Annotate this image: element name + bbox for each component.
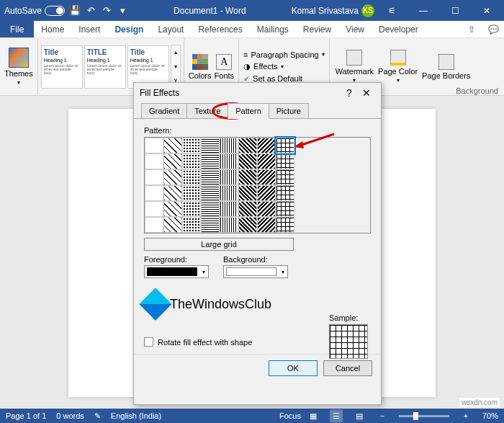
- pattern-swatch[interactable]: [201, 217, 220, 233]
- scroll-down-icon[interactable]: ▾: [171, 60, 180, 74]
- pattern-swatch[interactable]: [220, 153, 238, 169]
- pattern-swatch[interactable]: [182, 185, 201, 201]
- pattern-swatch[interactable]: [257, 217, 276, 233]
- redo-icon[interactable]: ↷: [101, 5, 112, 17]
- pattern-swatch[interactable]: [201, 138, 220, 153]
- help-icon[interactable]: ?: [341, 84, 358, 102]
- pattern-swatch[interactable]: [238, 217, 257, 233]
- tab-developer[interactable]: Developer: [372, 21, 426, 37]
- effects-button[interactable]: ◑ Effects ▾: [243, 62, 325, 71]
- pattern-swatch[interactable]: [238, 169, 257, 185]
- web-layout-icon[interactable]: ▤: [353, 409, 366, 422]
- pattern-swatch[interactable]: [182, 169, 201, 185]
- pattern-swatch[interactable]: [201, 169, 220, 185]
- style-set-card[interactable]: Title Heading 1 Lorem ipsum dolor sit am…: [41, 45, 83, 89]
- pattern-swatch[interactable]: [276, 153, 294, 169]
- pattern-swatch[interactable]: [163, 201, 182, 217]
- user-avatar[interactable]: KS: [361, 4, 374, 17]
- ok-button[interactable]: OK: [269, 360, 318, 376]
- save-icon[interactable]: 💾: [69, 5, 81, 17]
- tab-pattern[interactable]: Pattern: [228, 103, 269, 119]
- tab-view[interactable]: View: [338, 21, 372, 37]
- pattern-swatch[interactable]: [238, 153, 257, 169]
- read-mode-icon[interactable]: ▦: [307, 409, 320, 422]
- fonts-button[interactable]: A Fonts: [215, 54, 235, 80]
- print-layout-icon[interactable]: ☰: [330, 409, 343, 422]
- pattern-swatch[interactable]: [257, 201, 276, 217]
- pattern-swatch[interactable]: [145, 138, 163, 153]
- minimize-icon[interactable]: —: [409, 0, 438, 21]
- undo-icon[interactable]: ↶: [85, 5, 96, 17]
- proofing-icon[interactable]: ✎: [94, 411, 101, 421]
- focus-mode-button[interactable]: Focus: [284, 409, 297, 422]
- tab-insert[interactable]: Insert: [71, 21, 107, 37]
- pattern-swatch[interactable]: [257, 153, 276, 169]
- autosave-toggle[interactable]: AutoSave: [4, 6, 65, 16]
- pattern-swatch[interactable]: [182, 138, 201, 153]
- tab-file[interactable]: File: [0, 21, 34, 37]
- pattern-swatch[interactable]: [257, 138, 276, 153]
- tab-design[interactable]: Design: [107, 21, 150, 37]
- paragraph-spacing-button[interactable]: ≡ Paragraph Spacing ▾: [243, 50, 325, 59]
- pattern-swatch[interactable]: [201, 201, 220, 217]
- share-icon[interactable]: ⇧: [461, 21, 482, 38]
- page-borders-button[interactable]: Page Borders: [422, 54, 470, 80]
- zoom-in-icon[interactable]: +: [459, 409, 472, 422]
- pattern-swatch[interactable]: [257, 185, 276, 201]
- pattern-swatch[interactable]: [163, 138, 182, 153]
- foreground-dropdown[interactable]: ▾: [144, 265, 209, 278]
- scroll-up-icon[interactable]: ▴: [171, 45, 180, 60]
- tab-texture[interactable]: Texture: [186, 103, 228, 118]
- pattern-swatch[interactable]: [220, 185, 238, 201]
- zoom-slider[interactable]: [399, 415, 449, 417]
- pattern-swatch[interactable]: [201, 153, 220, 169]
- tab-home[interactable]: Home: [34, 21, 71, 37]
- close-window-icon[interactable]: ✕: [472, 0, 501, 21]
- pattern-swatch[interactable]: [276, 138, 294, 153]
- pattern-swatch[interactable]: [220, 217, 238, 233]
- pattern-swatch[interactable]: [238, 138, 257, 153]
- pattern-swatch[interactable]: [276, 201, 294, 217]
- page-color-button[interactable]: Page Color ▾: [378, 50, 418, 84]
- pattern-swatch[interactable]: [145, 217, 163, 233]
- zoom-level[interactable]: 70%: [482, 411, 498, 420]
- pattern-swatch[interactable]: [163, 153, 182, 169]
- pattern-swatch[interactable]: [238, 185, 257, 201]
- watermark-button[interactable]: Watermark ▾: [336, 50, 374, 84]
- pattern-swatch[interactable]: [145, 153, 163, 169]
- tab-gradient[interactable]: Gradient: [141, 103, 187, 118]
- close-icon[interactable]: ✕: [358, 84, 375, 102]
- pattern-swatch[interactable]: [220, 169, 238, 185]
- pattern-swatch[interactable]: [276, 169, 294, 185]
- tab-picture[interactable]: Picture: [269, 103, 309, 118]
- background-dropdown[interactable]: ▾: [223, 265, 288, 278]
- pattern-swatch[interactable]: [182, 217, 201, 233]
- page-indicator[interactable]: Page 1 of 1: [6, 411, 46, 420]
- pattern-swatch[interactable]: [276, 185, 294, 201]
- pattern-swatch[interactable]: [163, 217, 182, 233]
- tab-layout[interactable]: Layout: [150, 21, 191, 37]
- pattern-swatch[interactable]: [238, 201, 257, 217]
- pattern-swatch[interactable]: [145, 185, 163, 201]
- colors-button[interactable]: Colors: [189, 54, 212, 80]
- tab-review[interactable]: Review: [296, 21, 338, 37]
- pattern-swatch[interactable]: [145, 201, 163, 217]
- pattern-swatch[interactable]: [276, 217, 294, 233]
- pattern-swatch[interactable]: [220, 201, 238, 217]
- comments-icon[interactable]: 💬: [482, 21, 504, 38]
- word-count[interactable]: 0 words: [56, 411, 84, 420]
- tab-references[interactable]: References: [191, 21, 249, 37]
- pattern-swatch[interactable]: [163, 169, 182, 185]
- pattern-swatch[interactable]: [182, 201, 201, 217]
- pattern-swatch[interactable]: [182, 153, 201, 169]
- maximize-icon[interactable]: ☐: [441, 0, 469, 21]
- tab-mailings[interactable]: Mailings: [250, 21, 296, 37]
- themes-button[interactable]: Themes ▾: [4, 48, 33, 86]
- style-set-card[interactable]: TITLE Heading 1 Lorem ipsum dolor sit am…: [84, 45, 126, 89]
- rotate-checkbox[interactable]: [144, 337, 153, 347]
- ribbon-options-icon[interactable]: ⚟: [377, 0, 406, 21]
- qat-customize-icon[interactable]: ▾: [117, 5, 128, 17]
- zoom-out-icon[interactable]: −: [376, 409, 389, 422]
- toggle-off-icon[interactable]: [45, 6, 65, 16]
- pattern-swatch[interactable]: [257, 169, 276, 185]
